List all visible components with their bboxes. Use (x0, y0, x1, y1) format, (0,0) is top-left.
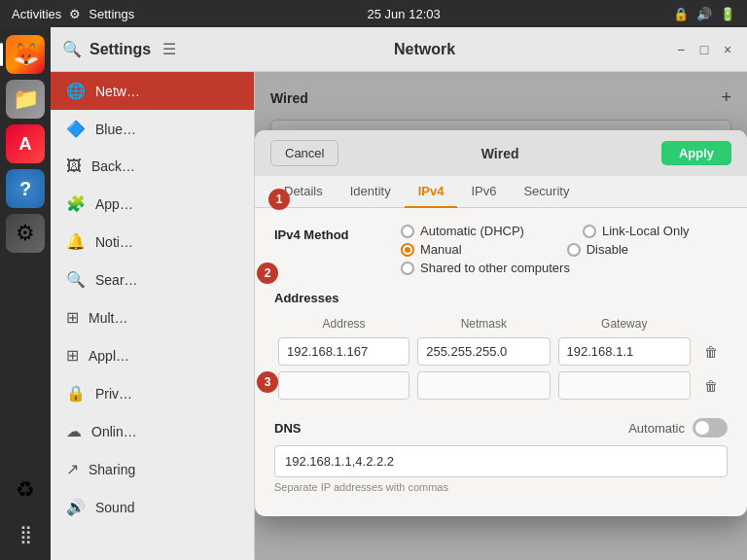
network-icon: 🌐 (66, 82, 86, 100)
network-content: Wired + Wired ⚙ VPN + Proxy Proxy ⚙ (255, 72, 747, 560)
sidebar-item-multitasking[interactable]: ⊞ Mult… (51, 298, 254, 336)
dns-title: DNS (274, 421, 301, 436)
sidebar-item-label: Onlin… (91, 424, 137, 439)
settings-body: 🌐 Netw… 🔷 Blue… 🖼 Back… 🧩 App… 🔔 (51, 72, 747, 560)
dialog-overlay: Cancel Wired Apply Details Identity (255, 72, 747, 560)
app-grid-icon[interactable]: ⣿ (19, 524, 32, 543)
settings-header: 🔍 Settings ☰ Network − □ × (51, 27, 747, 72)
dock-item-firefox[interactable]: 🦊 (6, 35, 45, 74)
address-input-1[interactable] (278, 337, 409, 366)
radio-shared[interactable] (401, 262, 414, 275)
close-button[interactable]: × (720, 42, 735, 57)
cancel-button[interactable]: Cancel (270, 140, 338, 166)
help-icon: ? (19, 178, 31, 200)
method-dhcp[interactable]: Automatic (DHCP) (401, 224, 524, 238)
search-icon[interactable]: 🔍 (62, 40, 82, 58)
dns-hint: Separate IP addresses with commas (274, 481, 728, 493)
delete-row-1-button[interactable]: 🗑 (698, 342, 724, 362)
tab-identity[interactable]: Identity (337, 176, 405, 208)
method-options: Automatic (DHCP) Link-Local Only (401, 224, 690, 275)
arrow-annotation (659, 72, 737, 82)
table-row: 🗑 (274, 334, 728, 368)
sidebar-item-search[interactable]: 🔍 Sear… (51, 261, 254, 298)
sidebar-item-label: Blue… (95, 122, 136, 137)
dock-item-trash[interactable]: ♻ (6, 471, 45, 509)
sidebar-item-sound[interactable]: 🔊 Sound (51, 488, 254, 526)
minimize-button[interactable]: − (673, 42, 689, 57)
sidebar-item-label: Sear… (95, 272, 138, 288)
maximize-button[interactable]: □ (696, 42, 712, 57)
multitasking-icon: ⊞ (66, 308, 79, 327)
tab-ipv6[interactable]: IPv6 (457, 176, 510, 208)
dock-item-settings[interactable]: ⚙ (6, 214, 45, 253)
window-controls: − □ × (673, 42, 735, 57)
delete-row-2-button[interactable]: 🗑 (698, 376, 724, 396)
method-link-local[interactable]: Link-Local Only (583, 224, 690, 238)
apps2-icon: ⊞ (66, 346, 79, 365)
sidebar-item-network[interactable]: 🌐 Netw… (51, 72, 254, 110)
sidebar-item-notifications[interactable]: 🔔 Noti… (51, 223, 254, 261)
topbar-system-icon: 🔒 (673, 7, 689, 21)
badge-3: 3 (257, 371, 278, 393)
sidebar-item-label: Appl… (89, 348, 129, 364)
address-input-2[interactable] (278, 371, 409, 400)
dock-item-appstore[interactable]: A (6, 124, 45, 163)
gateway-input-1[interactable] (558, 337, 691, 366)
dialog-header: Cancel Wired Apply (255, 130, 747, 176)
topbar-gear-icon: ⚙ (69, 7, 81, 21)
dns-auto-toggle[interactable] (693, 418, 728, 438)
sidebar-item-background[interactable]: 🖼 Back… (51, 148, 254, 185)
hamburger-icon[interactable]: ☰ (162, 40, 176, 58)
sidebar-item-label: App… (95, 196, 133, 212)
netmask-input-1[interactable] (417, 337, 550, 366)
sidebar-item-label: Sharing (89, 462, 135, 477)
method-shared[interactable]: Shared to other computers (401, 261, 570, 275)
addresses-table: Address Netmask Gateway (274, 313, 728, 402)
applications-icon: 🧩 (66, 194, 86, 213)
appstore-icon: A (19, 134, 32, 155)
tab-security[interactable]: Security (510, 176, 583, 208)
method-manual[interactable]: Manual (401, 242, 462, 257)
gateway-input-2[interactable] (558, 371, 691, 400)
dock-item-files[interactable]: 📁 (6, 80, 45, 119)
activities-label[interactable]: Activities (12, 7, 61, 21)
dialog-tabs: Details Identity IPv4 IPv6 (255, 176, 747, 208)
method-row-1: Automatic (DHCP) Link-Local Only (401, 224, 690, 238)
topbar-volume-icon: 🔊 (696, 7, 712, 21)
apply-button[interactable]: Apply (661, 141, 731, 165)
sidebar-item-online[interactable]: ☁ Onlin… (51, 412, 254, 450)
trash-icon: ♻ (16, 477, 35, 503)
topbar-datetime: 25 Jun 12:03 (368, 7, 441, 21)
badge-1: 1 (268, 189, 290, 210)
col-address: Address (274, 313, 413, 334)
sidebar-item-sharing[interactable]: ↗ Sharing (51, 450, 254, 488)
topbar-battery-icon: 🔋 (720, 7, 735, 21)
col-netmask: Netmask (413, 313, 553, 334)
sidebar-item-label: Sound (95, 500, 134, 515)
radio-link-local[interactable] (583, 225, 596, 238)
method-disable[interactable]: Disable (567, 242, 628, 257)
sidebar-item-label: Priv… (95, 386, 132, 402)
tab-ipv4[interactable]: IPv4 (405, 176, 458, 208)
addresses-section: Addresses Address Netmask Gateway (274, 291, 728, 402)
files-icon: 📁 (13, 87, 39, 112)
sidebar-item-applications[interactable]: 🧩 App… (51, 185, 254, 223)
sidebar-item-apps2[interactable]: ⊞ Appl… (51, 336, 254, 374)
radio-disable[interactable] (567, 243, 581, 257)
radio-manual[interactable] (401, 243, 414, 257)
netmask-input-2[interactable] (417, 371, 550, 400)
sound-icon: 🔊 (66, 498, 86, 516)
sidebar-item-bluetooth[interactable]: 🔷 Blue… (51, 110, 254, 148)
sidebar-item-privacy[interactable]: 🔒 Priv… (51, 374, 254, 412)
sharing-icon: ↗ (66, 460, 79, 478)
radio-dhcp[interactable] (401, 225, 414, 238)
dock: 🦊 📁 A ? ⚙ ♻ ⣿ (0, 27, 51, 560)
dock-item-help[interactable]: ? (6, 169, 45, 208)
firefox-icon: 🦊 (13, 42, 39, 67)
table-row: 🗑 (274, 368, 728, 402)
topbar-app-name: Settings (89, 7, 134, 21)
sidebar-item-label: Netw… (95, 84, 140, 99)
badge-2: 2 (257, 262, 278, 284)
dns-header: DNS Automatic (274, 418, 728, 438)
dns-input[interactable] (274, 445, 728, 477)
